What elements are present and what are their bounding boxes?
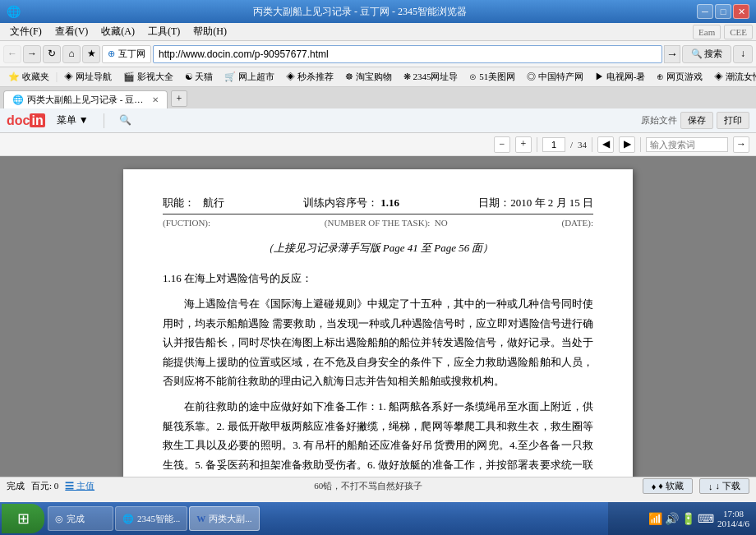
menu-tools[interactable]: 工具(T) bbox=[141, 23, 187, 40]
menu-favorites[interactable]: 收藏(A) bbox=[94, 23, 141, 40]
volume-icon: 🔊 bbox=[665, 512, 679, 526]
docin-menu[interactable]: 菜单 ▼ bbox=[52, 112, 94, 129]
bookmark-tmall[interactable]: ☯ 天猫 bbox=[180, 70, 219, 84]
search-input[interactable] bbox=[646, 137, 728, 152]
taskbar-item-word[interactable]: W 丙类大副... bbox=[189, 506, 259, 531]
zoom-in-button[interactable]: + bbox=[515, 136, 532, 153]
bookmark-games[interactable]: ⊕ 网页游戏 bbox=[652, 70, 708, 84]
docin-toolbar: docin 菜单 ▼ 🔍 原始文件 保存 打印 bbox=[0, 108, 756, 133]
bookmarks-bar: ⭐ 收藏夹 | ◈ 网址导航 🎬 影视大全 ☯ 天猫 🛒 网上超市 ◈ 秒杀推荐… bbox=[0, 67, 756, 87]
doc-header: 职能： 航行 训练内容序号： 1.16 日期：2010 年 2 月 15 日 bbox=[163, 196, 593, 214]
refresh-button[interactable]: ↻ bbox=[43, 45, 61, 63]
home-button[interactable]: ⌂ bbox=[62, 45, 81, 63]
status-link[interactable]: ☰ 主值 bbox=[65, 480, 94, 492]
maximize-button[interactable]: □ bbox=[715, 4, 731, 19]
document-page: 职能： 航行 训练内容序号： 1.16 日期：2010 年 2 月 15 日 (… bbox=[123, 169, 633, 477]
bookmark-shop[interactable]: 🛒 网上超市 bbox=[219, 70, 279, 84]
start-icon: ⊞ bbox=[17, 510, 30, 528]
menu-help[interactable]: 帮助(H) bbox=[187, 23, 233, 40]
number-label: (NUMBER OF THE TASK): NO bbox=[325, 218, 448, 228]
bookmark-nav[interactable]: ◈ 网址导航 bbox=[59, 70, 117, 84]
eam-label: Eam bbox=[693, 25, 721, 39]
forward-button[interactable]: → bbox=[23, 45, 41, 63]
clock-time: 17:08 bbox=[717, 509, 749, 519]
save-button[interactable]: 保存 bbox=[680, 112, 713, 129]
download-button[interactable]: ↓ bbox=[733, 45, 753, 63]
taskbar-browser-label: 2345智能... bbox=[137, 513, 180, 525]
status-right: ♦ ♦ 软藏 ↓ ↓ 下载 bbox=[643, 478, 749, 494]
status-complete: 完成 bbox=[7, 480, 25, 492]
taskbar-right: 📶 🔊 🔋 ⌨ 17:08 2014/4/6 bbox=[608, 502, 756, 535]
bookmark-tv[interactable]: ▶ 电视网-暑 bbox=[590, 70, 650, 84]
docin-search[interactable]: 🔍 bbox=[114, 113, 136, 128]
taskbar-item-complete[interactable]: ◎ 完成 bbox=[48, 506, 113, 531]
next-page-button[interactable]: ▶ bbox=[619, 136, 635, 153]
star-button[interactable]: ★ bbox=[82, 45, 100, 63]
bookmark-fashion[interactable]: ◈ 潮流女性 bbox=[709, 70, 756, 84]
bookmark-2345[interactable]: ❋ 2345网址导 bbox=[399, 70, 463, 84]
taskbar-word-label: 丙类大副... bbox=[209, 513, 251, 525]
tab-main[interactable]: 🌐 丙类大副船上见习记录 - 豆丁... ✕ bbox=[3, 90, 168, 108]
bookmark-deals[interactable]: ◈ 秒杀推荐 bbox=[281, 70, 339, 84]
page-size-info: 原始文件 bbox=[641, 114, 677, 127]
status-download-button[interactable]: ↓ ↓ 下载 bbox=[699, 478, 749, 494]
bookmark-51[interactable]: ⊙ 51美图网 bbox=[464, 70, 520, 84]
paragraph-2: 在前往救助的途中应做好如下准备工作：1. 船两舷各系好一条缆绳吊至水面上附近，供… bbox=[163, 397, 593, 477]
互丁-button[interactable]: ⊕互丁网 bbox=[102, 45, 151, 63]
doc-subtitle: （上接见习记录薄手写版 Page 41 至 Page 56 面） bbox=[163, 241, 593, 256]
status-units: 百元: 0 bbox=[31, 480, 58, 492]
nav-bar: ← → ↻ ⌂ ★ ⊕互丁网 → 🔍 搜索 ↓ bbox=[0, 41, 756, 67]
page-controls: − + / 34 ◀ ▶ → bbox=[0, 133, 756, 156]
bookmark-favorites[interactable]: ⭐ 收藏夹 bbox=[3, 70, 54, 84]
paragraph-1: 海上遇险信号在《国际海上避碰规则》中规定了十五种，其中的一种或几种信号同时使用时… bbox=[163, 294, 593, 390]
bookmark-video[interactable]: 🎬 影视大全 bbox=[118, 70, 178, 84]
tab-label: 丙类大副船上见习记录 - 豆丁... bbox=[27, 94, 149, 106]
menu-view[interactable]: 查看(V) bbox=[48, 23, 95, 40]
bookmark-china[interactable]: ◎ 中国特产网 bbox=[522, 70, 588, 84]
page-separator: / bbox=[570, 140, 573, 150]
new-tab-button[interactable]: + bbox=[171, 90, 187, 107]
clock: 17:08 2014/4/6 bbox=[717, 509, 749, 528]
menu-file[interactable]: 文件(F) bbox=[3, 23, 48, 40]
network-icon: 📶 bbox=[648, 512, 662, 526]
back-button[interactable]: ← bbox=[3, 45, 21, 63]
window-controls: ─ □ ✕ bbox=[697, 4, 749, 19]
bookmark-taobao[interactable]: ☸ 淘宝购物 bbox=[340, 70, 397, 84]
taskbar: ⊞ ◎ 完成 🌐 2345智能... W 丙类大副... 📶 🔊 🔋 ⌨ 17:… bbox=[0, 502, 756, 535]
fuction-label: (FUCTION): bbox=[163, 218, 210, 228]
date-label: 日期：2010 年 2 月 15 日 bbox=[478, 196, 593, 210]
go-button[interactable]: → bbox=[664, 45, 680, 63]
title-bar: 🌐 丙类大副船上见习记录 - 豆丁网 - 2345智能浏览器 ─ □ ✕ bbox=[0, 0, 756, 23]
toolbar-right: 原始文件 保存 打印 bbox=[641, 112, 749, 129]
date-eng-label: (DATE): bbox=[561, 218, 593, 228]
status-center: 60铅，不打不骂自然好孩子 bbox=[314, 480, 422, 492]
cee-label: CEE bbox=[724, 25, 753, 39]
logo-doc: doc bbox=[7, 113, 30, 127]
status-bar: 完成 百元: 0 ☰ 主值 60铅，不打不骂自然好孩子 ♦ ♦ 软藏 ↓ ↓ 下… bbox=[0, 477, 756, 495]
taskbar-items: ◎ 完成 🌐 2345智能... W 丙类大副... bbox=[44, 506, 608, 531]
search-button[interactable]: 🔍 搜索 bbox=[682, 45, 731, 63]
zoom-out-button[interactable]: − bbox=[494, 136, 510, 153]
print-button[interactable]: 打印 bbox=[717, 112, 749, 129]
window-title: 丙类大副船上见习记录 - 豆丁网 - 2345智能浏览器 bbox=[23, 5, 697, 19]
battery-icon: 🔋 bbox=[681, 512, 695, 526]
taskbar-item-browser[interactable]: 🌐 2345智能... bbox=[115, 506, 187, 531]
prev-page-button[interactable]: ◀ bbox=[597, 136, 614, 153]
start-button[interactable]: ⊞ bbox=[2, 504, 44, 533]
search-go-button[interactable]: → bbox=[733, 136, 749, 153]
task-label: 训练内容序号： 1.16 bbox=[303, 196, 399, 210]
doc-sub-header: (FUCTION): (NUMBER OF THE TASK): NO (DAT… bbox=[163, 218, 593, 228]
minimize-button[interactable]: ─ bbox=[697, 4, 713, 19]
logo-in: in bbox=[30, 113, 44, 127]
complete-icon: ◎ bbox=[55, 514, 63, 524]
clock-date: 2014/4/6 bbox=[717, 519, 749, 528]
document-area[interactable]: 职能： 航行 训练内容序号： 1.16 日期：2010 年 2 月 15 日 (… bbox=[0, 156, 756, 477]
page-number-input[interactable] bbox=[542, 137, 565, 152]
browser-icon: 🌐 bbox=[122, 514, 134, 524]
status-save-button[interactable]: ♦ ♦ 软藏 bbox=[643, 478, 693, 494]
close-button[interactable]: ✕ bbox=[733, 4, 749, 19]
menu-bar: 文件(F) 查看(V) 收藏(A) 工具(T) 帮助(H) Eam CEE bbox=[0, 23, 756, 41]
address-bar[interactable] bbox=[153, 45, 662, 63]
tab-close-button[interactable]: ✕ bbox=[152, 95, 159, 104]
word-icon: W bbox=[196, 514, 205, 523]
